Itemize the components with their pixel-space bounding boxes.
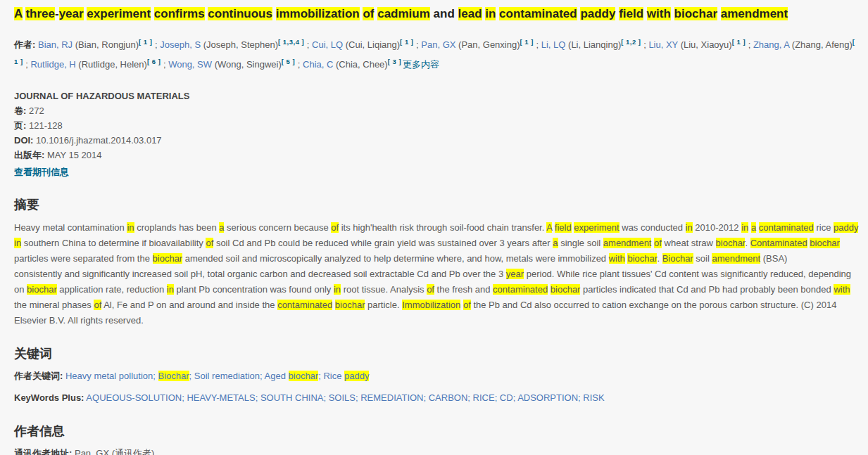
journal-field-label: DOI: <box>14 135 33 146</box>
text-segment: single soil <box>558 238 603 248</box>
journal-field-row: 页: 121-128 <box>14 118 860 133</box>
author-link[interactable]: Joseph, S <box>160 39 201 50</box>
author-link[interactable]: Liu, XY <box>648 39 678 50</box>
highlighted-term: biochar <box>716 238 746 248</box>
corresponding-author: Pan, GX (通讯作者) <box>75 448 154 455</box>
highlighted-term: of <box>427 284 434 295</box>
text-segment: . <box>657 253 662 264</box>
text-segment: rice <box>814 222 834 233</box>
highlighted-term: contaminated <box>277 300 332 310</box>
author-link[interactable]: Chia, C <box>303 59 333 70</box>
journal-field-label: 页: <box>14 120 26 131</box>
author-link[interactable]: Bian, RJ <box>38 39 73 50</box>
view-journal-link[interactable]: 查看期刊信息 <box>14 165 69 179</box>
author-link[interactable]: Wong, SW <box>168 59 212 70</box>
highlighted-term: of <box>206 238 213 248</box>
author-link[interactable]: Cui, LQ <box>312 39 343 50</box>
keyword-link[interactable]: Rice <box>323 371 344 381</box>
highlighted-term: biochar <box>627 253 657 264</box>
author-link[interactable]: Li, LQ <box>541 39 566 50</box>
author-affiliation-sup[interactable]: [ 1 ] <box>732 38 746 46</box>
author-fullname: (Li, Lianqing) <box>565 39 621 50</box>
highlighted-term: field <box>619 7 643 20</box>
highlighted-term: biochar <box>27 284 57 295</box>
text-segment: application rate, reduction <box>57 284 167 295</box>
keyword-link-highlighted[interactable]: biochar <box>289 371 319 381</box>
text-segment: particles indicated that Cd and Pb had p… <box>580 284 834 295</box>
highlighted-term: in <box>334 284 341 295</box>
highlighted-term: contaminated <box>493 284 548 295</box>
text-segment: (BSA) <box>760 253 787 264</box>
highlighted-term: with <box>647 7 671 20</box>
author-separator: ; <box>641 39 649 50</box>
corresponding-address-line: 通讯作者地址: Pan, GX (通讯作者) <box>14 447 860 455</box>
highlighted-term: field <box>555 222 572 233</box>
highlighted-term: in <box>741 222 748 233</box>
highlighted-term: with <box>609 253 625 264</box>
author-affiliation-sup[interactable]: [ 1,2 ] <box>621 38 641 46</box>
text-segment: Al, Fe and P on and around and inside th… <box>101 300 277 310</box>
highlighted-term: A <box>14 7 23 20</box>
highlighted-term: biochar <box>153 253 183 264</box>
author-affiliation-sup[interactable]: [ 1,3,4 ] <box>278 38 304 46</box>
author-fullname: (Joseph, Stephen) <box>201 39 278 50</box>
keywords-plus-label: KeyWords Plus: <box>14 392 84 403</box>
highlighted-term: of <box>331 222 339 233</box>
keywords-plus-line: KeyWords Plus: AQUEOUS-SOLUTION; HEAVY-M… <box>14 391 860 405</box>
author-link[interactable]: Pan, GX <box>421 39 455 50</box>
author-affiliation-sup[interactable]: [ 5 ] <box>282 58 295 65</box>
text-segment: soil <box>693 253 712 264</box>
journal-field-row: 出版年: MAY 15 2014 <box>14 148 860 162</box>
author-fullname: (Cui, Liqiang) <box>343 39 400 50</box>
highlighted-term: in <box>686 222 693 233</box>
highlighted-term: immobilization <box>276 7 360 20</box>
keyword-link[interactable]: Aged <box>265 371 289 381</box>
keyword-link-highlighted[interactable]: paddy <box>344 371 369 381</box>
highlighted-term: Biochar <box>662 253 693 264</box>
highlighted-term: in <box>127 222 134 233</box>
author-separator: ; <box>161 59 168 70</box>
highlighted-term: Contaminated <box>750 238 807 248</box>
keywords-plus-values[interactable]: AQUEOUS-SOLUTION; HEAVY-METALS; SOUTH CH… <box>86 392 604 403</box>
text-segment: its high'health risk through soil-food c… <box>339 222 546 233</box>
highlighted-term: cadmium <box>377 7 430 20</box>
article-title: A three-year experiment confirms continu… <box>14 6 859 23</box>
author-separator: ; <box>23 59 31 70</box>
text-segment: wheat straw <box>662 238 716 248</box>
keyword-link[interactable]: Heavy metal pollution <box>65 371 153 381</box>
journal-fields: 卷: 272页: 121-128DOI: 10.1016/j.jhazmat.2… <box>14 103 860 162</box>
separator: ; <box>189 371 194 381</box>
keyword-link[interactable]: Soil remediation <box>194 371 260 381</box>
text-segment: particle. <box>365 300 402 310</box>
author-affiliation-sup[interactable]: [ 1 ] <box>139 38 152 46</box>
author-keywords-line: 作者关键词: Heavy metal pollution; Biochar; S… <box>14 369 860 383</box>
text-segment: plant Pb concentration was found only <box>174 284 334 295</box>
author-link[interactable]: Rutlidge, H <box>30 59 75 70</box>
journal-field-row: 卷: 272 <box>14 103 860 118</box>
highlighted-term: year <box>59 7 84 20</box>
authors-line: 作者: Bian, RJ (Bian, Rongjun)[ 1 ] ; Jose… <box>14 34 859 74</box>
more-authors-link[interactable]: 更多内容 <box>403 59 439 70</box>
author-affiliation-sup[interactable]: [ 3 ] <box>388 58 401 65</box>
author-separator: ; <box>534 39 541 50</box>
text-segment <box>671 7 674 20</box>
highlighted-term: biochar <box>335 300 365 310</box>
highlighted-term: biochar <box>810 238 840 248</box>
text-segment: particles were separated from the <box>14 253 153 264</box>
keyword-link-highlighted[interactable]: Biochar <box>158 371 189 381</box>
highlighted-term: contaminated <box>759 222 814 233</box>
author-fullname: (Liu, Xiaoyu) <box>678 39 732 50</box>
journal-block: JOURNAL OF HAZARDOUS MATERIALS 卷: 272页: … <box>14 89 860 179</box>
author-affiliation-sup[interactable]: [ 1 ] <box>400 38 413 46</box>
abstract-text: Heavy metal contamination in croplands h… <box>14 220 860 328</box>
author-affiliation-sup[interactable]: [ 6 ] <box>147 58 161 65</box>
highlighted-term: of <box>654 238 662 248</box>
author-separator: ; <box>152 39 160 50</box>
highlighted-term: lead <box>458 7 482 20</box>
text-segment: croplands has been <box>134 222 220 233</box>
author-affiliation-sup[interactable]: [ 1 ] <box>520 38 534 46</box>
text-segment: soil Cd and Pb could be reduced while gr… <box>213 238 553 248</box>
text-segment: and <box>430 7 458 20</box>
author-separator: ; <box>413 39 421 50</box>
author-link[interactable]: Zhang, A <box>753 39 789 50</box>
